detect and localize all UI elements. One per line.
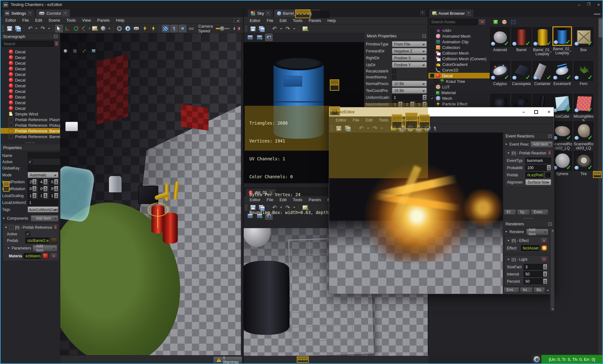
undo-button[interactable]: ↶: [271, 25, 278, 33]
primitive-type-dropdown[interactable]: From File: [392, 41, 427, 47]
save-button[interactable]: [249, 25, 257, 33]
filter-checkbox[interactable]: ✓: [430, 96, 434, 100]
save-button[interactable]: [335, 125, 342, 132]
asset-calypso[interactable]: ✓ Calypso: [490, 61, 510, 86]
parameters-collapse-icon[interactable]: [8, 248, 10, 249]
undo-dropdown-icon[interactable]: [35, 28, 37, 29]
undo-dropdown-icon[interactable]: [367, 128, 369, 129]
asset-scannedrock03[interactable]: ✓ ScannedRock03_LQ: [573, 121, 594, 150]
collapse-icon[interactable]: [508, 153, 510, 154]
rotation-y-stepper[interactable]: 0°: [38, 186, 47, 192]
scaling-y-stepper[interactable]: 1: [38, 193, 47, 199]
export-asset-button[interactable]: [301, 25, 309, 33]
asset-icecube[interactable]: ✓ IceCube: [552, 94, 572, 119]
toolbar-handle[interactable]: [330, 125, 333, 131]
tab-corridor-close-icon[interactable]: ×: [63, 11, 67, 15]
visualizers-toggle-button[interactable]: ¶: [170, 25, 178, 32]
material-asset-value[interactable]: ezMaterialAsset: [24, 253, 41, 259]
menu-file[interactable]: File: [19, 17, 32, 23]
asset-browser-close-icon[interactable]: ×: [467, 11, 471, 15]
tab-scroll-left-icon[interactable]: ◄: [546, 288, 549, 292]
normal-precision-dropdown[interactable]: 10 Bit: [392, 81, 427, 87]
prefab-asset-thumb-button[interactable]: [51, 238, 57, 244]
components-add-item-button[interactable]: Add Item: [31, 215, 58, 222]
scenegraph-item-decal[interactable]: Decal: [1, 66, 60, 72]
material-thumb-button[interactable]: [42, 253, 49, 259]
collapse-icon[interactable]: [505, 144, 508, 145]
material-remove-button[interactable]: ×: [50, 253, 57, 259]
menu-help[interactable]: Help: [324, 18, 339, 24]
tags-dropdown[interactable]: AutoColMesh|CastShadow: [28, 206, 58, 212]
light-remove-button[interactable]: ×: [541, 256, 547, 262]
menu-panels[interactable]: Panels: [306, 18, 324, 24]
tree-item-animated-mesh[interactable]: Animated Mesh: [428, 33, 490, 39]
menu-help[interactable]: Help: [113, 17, 127, 23]
right-dir-dropdown[interactable]: Positive X: [392, 55, 427, 61]
rotation-z-stepper[interactable]: 0°: [49, 186, 58, 192]
tree-item-particle-effect[interactable]: Particle Effect: [428, 101, 490, 107]
component-remove-button[interactable]: ×: [54, 224, 57, 230]
scenegraph-item-prefab-plasma[interactable]: Prefab Reference: Plasma_S: [1, 117, 60, 122]
filter-checkbox[interactable]: [434, 79, 438, 83]
particle-minimize-icon[interactable]: –: [522, 110, 525, 115]
reaction-prefab-thumb-button[interactable]: [545, 172, 551, 178]
tree-item-colorgradient[interactable]: ColorGradient: [428, 62, 490, 67]
close-button[interactable]: ×: [597, 2, 600, 7]
tab-settings-close-icon[interactable]: ×: [28, 11, 32, 15]
event-reactions-float-icon[interactable]: [548, 135, 552, 138]
uniform-scaling-stepper[interactable]: 1: [392, 94, 427, 100]
components-collapse-icon[interactable]: [3, 218, 5, 219]
tab-events[interactable]: Even...: [531, 209, 548, 215]
record-button[interactable]: [116, 25, 123, 32]
translate-tool-button[interactable]: [64, 25, 71, 32]
transform-export-button[interactable]: [141, 25, 149, 32]
menu-scene[interactable]: Scene: [46, 17, 63, 23]
tab-corridor[interactable]: Corridor ×: [36, 9, 70, 17]
camera-speed-slider[interactable]: [216, 28, 230, 29]
scenegraph-item-decal[interactable]: Decal: [1, 83, 60, 88]
thumbnail-size-slider[interactable]: [594, 13, 600, 15]
nonuniform-y-stepper[interactable]: 1: [404, 101, 415, 107]
asset-scannedrock02[interactable]: ✓ ScannedRock02_LQ: [552, 121, 572, 150]
mesh-properties-float-icon[interactable]: [422, 35, 426, 38]
effect-remove-button[interactable]: ×: [541, 238, 547, 244]
asset-search-input[interactable]: [430, 19, 477, 25]
tree-item-lut[interactable]: LUT: [428, 84, 490, 90]
collapse-icon[interactable]: [508, 259, 510, 260]
render-mode-dropdown-icon[interactable]: [108, 28, 110, 29]
scenegraph-item-decal[interactable]: Decal: [1, 60, 60, 66]
tab-emitter[interactable]: Emi...: [504, 287, 519, 293]
up-dir-dropdown[interactable]: Positive Y: [392, 62, 427, 68]
asset-search-clear-icon[interactable]: ×: [479, 19, 486, 25]
filter-checkbox[interactable]: [430, 40, 434, 44]
scenegraph-item-decal[interactable]: Decal: [1, 105, 60, 111]
component-collapse-icon[interactable]: [5, 227, 7, 228]
scroll-up-icon[interactable]: ▲: [551, 229, 554, 232]
asset-table-button[interactable]: [509, 18, 517, 26]
undo-button[interactable]: ↶: [26, 25, 34, 32]
scale-tool-button[interactable]: [81, 25, 88, 32]
menu-editor[interactable]: Editor: [247, 18, 263, 24]
asset-fern[interactable]: ✓ Fern: [573, 61, 594, 86]
scaling-z-stepper[interactable]: 1: [49, 193, 58, 199]
menu-view[interactable]: View: [79, 17, 94, 23]
menu-editor[interactable]: Editor: [333, 117, 349, 123]
probability-stepper[interactable]: 100: [525, 165, 551, 171]
filter-checkbox[interactable]: [430, 102, 434, 106]
render-mode-button[interactable]: [99, 25, 107, 32]
render-pipeline-button[interactable]: ≡≡: [187, 25, 195, 32]
scenegraph-search-input[interactable]: [2, 41, 54, 47]
position-z-stepper[interactable]: 0.5: [49, 179, 58, 185]
tab-initializer[interactable]: Ini...: [520, 287, 533, 293]
menu-file[interactable]: File: [264, 18, 276, 24]
toolbar-handle[interactable]: [2, 25, 4, 32]
menu-edit[interactable]: Edit: [277, 18, 289, 24]
asset-excelsior2[interactable]: ✓ ExcelsiorII: [552, 61, 572, 86]
save-all-button[interactable]: [258, 25, 265, 33]
tab-asset-browser[interactable]: Asset Browser ×: [429, 9, 474, 17]
new-asset-button[interactable]: +: [492, 18, 499, 26]
redo-dropdown-icon[interactable]: [293, 28, 295, 29]
invert-normals-checkbox[interactable]: [392, 75, 396, 79]
asset-asteroid[interactable]: ✓ Asteroid: [490, 27, 510, 52]
scenegraph-float-icon[interactable]: [54, 35, 57, 38]
